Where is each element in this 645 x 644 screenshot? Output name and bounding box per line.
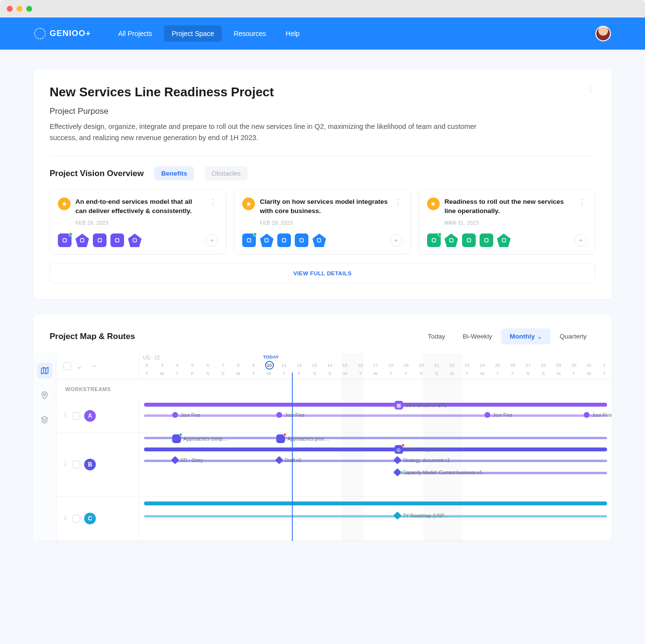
benefit-chip-icon[interactable]	[497, 233, 511, 247]
milestone[interactable]: Strategy document v1	[394, 457, 450, 463]
svg-rect-12	[467, 239, 470, 242]
map-view-icon[interactable]	[37, 363, 53, 378]
range-monthly[interactable]: Monthly⌄	[501, 328, 551, 344]
brand-icon	[34, 28, 46, 39]
benefit-chip-icon[interactable]	[93, 233, 107, 247]
benefit-chip-icon[interactable]	[312, 233, 326, 247]
date-num: 28	[536, 362, 551, 368]
benefit-chip-icon[interactable]	[75, 233, 89, 247]
benefit-chip-icon[interactable]	[260, 233, 273, 247]
date-num: 1	[597, 362, 612, 368]
date-weekday: S	[322, 371, 337, 376]
stream-subbar[interactable]	[144, 515, 608, 518]
nav-all-projects[interactable]: All Projects	[110, 25, 160, 42]
stream-badge-b[interactable]: B	[84, 459, 96, 470]
benefit-more-icon[interactable]: ⋮	[208, 197, 218, 207]
benefit-chip-icon[interactable]	[242, 233, 256, 247]
benefit-text: Clarity on how services model integrates…	[260, 197, 388, 216]
stream-bar[interactable]	[144, 403, 608, 407]
benefit-chip-icon[interactable]	[480, 233, 493, 247]
benefit-chip-icon[interactable]	[128, 233, 142, 247]
benefit-card[interactable]: ★ Readiness to roll out the new services…	[419, 189, 595, 254]
range-biweekly[interactable]: Bi-Weekly	[454, 328, 501, 344]
arrow-right-icon[interactable]: →	[89, 361, 98, 371]
range-quarterly[interactable]: Quarterly	[551, 328, 595, 344]
svg-rect-8	[300, 239, 304, 242]
project-more-icon[interactable]: ⋮	[586, 85, 595, 94]
stream-subbar[interactable]	[144, 460, 608, 462]
milestone[interactable]: Jour Fixe	[584, 412, 612, 418]
benefit-chip-icon[interactable]	[445, 233, 458, 247]
svg-rect-7	[283, 239, 286, 242]
benefit-chip-icon[interactable]	[295, 233, 308, 247]
nav-project-space[interactable]: Project Space	[164, 25, 222, 42]
benefit-chip-icon[interactable]	[427, 233, 441, 247]
nav-help[interactable]: Help	[278, 25, 307, 42]
date-weekday: S	[215, 371, 231, 376]
benefit-chip-icon[interactable]	[58, 233, 72, 247]
project-purpose-text: Effectively design, organize, integrate …	[50, 121, 478, 143]
stream-checkbox[interactable]	[72, 412, 80, 420]
stream-checkbox[interactable]	[72, 515, 80, 522]
milestone[interactable]: Approaches comp…	[172, 434, 228, 443]
window-max-dot[interactable]	[26, 6, 32, 12]
routes-title: Project Map & Routes	[50, 332, 419, 341]
add-chip-button[interactable]: +	[574, 234, 587, 247]
date-num: 21	[429, 362, 444, 368]
benefit-chip-icon[interactable]	[110, 233, 124, 247]
benefit-text: An end-to-end services model that all ca…	[75, 197, 203, 216]
date-weekday: S	[536, 371, 551, 376]
benefit-more-icon[interactable]: ⋮	[577, 197, 587, 207]
window-min-dot[interactable]	[17, 6, 22, 12]
stream-badge-a[interactable]: A	[84, 410, 96, 422]
layers-icon[interactable]	[37, 411, 53, 427]
stream-row-b: ⠿ B Approaches comp… Approaches prior… ◎…	[56, 433, 612, 497]
date-num: 19	[398, 362, 413, 368]
chevron-down-icon[interactable]: ⌄	[76, 361, 82, 371]
add-chip-button[interactable]: +	[390, 234, 403, 247]
date-num: 6	[200, 362, 215, 368]
milestone[interactable]: SD - Story	[172, 457, 203, 463]
milestone[interactable]: Draft v1	[276, 457, 302, 463]
svg-rect-14	[502, 239, 505, 242]
window-close-dot[interactable]	[7, 6, 13, 12]
view-full-details-button[interactable]: VIEW FULL DETAILS	[50, 263, 595, 284]
milestone[interactable]: Jour Fixe	[172, 412, 200, 418]
workstreams-label: WORKSTREAMS	[56, 379, 612, 399]
nav-resources[interactable]: Resources	[226, 25, 274, 42]
range-today[interactable]: Today	[419, 328, 454, 344]
user-avatar[interactable]	[595, 26, 611, 41]
select-all-checkbox[interactable]	[63, 362, 71, 370]
date-num: 22	[444, 362, 459, 368]
milestone[interactable]: ◎Various approache…	[394, 445, 451, 454]
brand-logo[interactable]: GENIOO+	[34, 28, 91, 39]
milestone[interactable]: TY Roadmap (USP…	[394, 513, 449, 519]
milestone[interactable]: Jour Fixe	[484, 412, 513, 418]
milestone[interactable]: Capacity Model: Current business v1	[394, 469, 482, 475]
routes-card: Project Map & Routes Today Bi-Weekly Mon…	[33, 315, 612, 541]
milestone[interactable]: ▦30% Check-in STC	[394, 401, 447, 410]
tab-obstacles[interactable]: Obstacles	[205, 166, 248, 180]
date-num: 13	[307, 362, 322, 368]
benefit-card[interactable]: ★ An end-to-end services model that all …	[50, 189, 226, 254]
date-num: 17	[368, 362, 383, 368]
benefit-card[interactable]: ★ Clarity on how services model integrat…	[234, 189, 411, 254]
date-num: 25	[490, 362, 505, 368]
stream-checkbox[interactable]	[72, 461, 80, 468]
stream-bar[interactable]	[144, 447, 608, 451]
milestone[interactable]: Jour Fixe	[276, 412, 305, 418]
benefit-chip-icon[interactable]	[277, 233, 291, 247]
pin-icon[interactable]	[37, 387, 53, 403]
drag-handle-icon[interactable]: ⠿	[63, 461, 69, 468]
tab-benefits[interactable]: Benefits	[154, 166, 194, 180]
add-chip-button[interactable]: +	[205, 234, 218, 247]
stream-badge-c[interactable]: C	[84, 513, 96, 524]
benefit-more-icon[interactable]: ⋮	[393, 197, 403, 207]
milestone[interactable]: Approaches prior…	[276, 434, 329, 443]
drag-handle-icon[interactable]: ⠿	[63, 412, 69, 419]
stream-bar[interactable]	[144, 501, 608, 505]
date-weekday: S	[200, 371, 215, 376]
benefit-chip-icon[interactable]	[462, 233, 476, 247]
stream-subbar[interactable]	[144, 414, 608, 417]
drag-handle-icon[interactable]: ⠿	[63, 515, 69, 522]
